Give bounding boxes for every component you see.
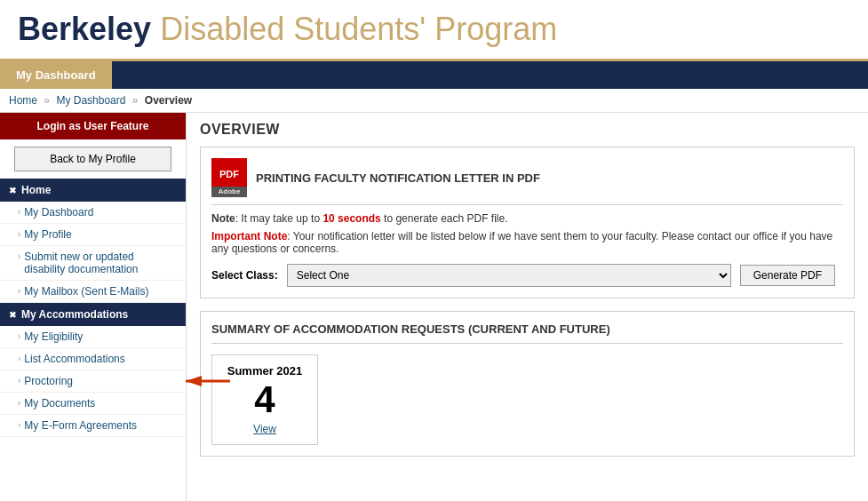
term-view-link[interactable]: View	[253, 423, 276, 435]
proctoring-arrow-annotation	[177, 371, 239, 391]
pdf-note: Note: It may take up to 10 seconds to ge…	[211, 212, 843, 225]
page-title: OVERVIEW	[200, 122, 855, 138]
arrow-icon: ›	[18, 354, 20, 363]
select-class-row: Select Class: Select One Generate PDF	[211, 264, 843, 287]
sidebar-item-my-documents[interactable]: › My Documents	[0, 393, 186, 415]
sidebar-accommodations-label: My Accommodations	[21, 308, 128, 321]
arrow-icon: ›	[18, 229, 20, 239]
arrow-icon: ›	[18, 286, 20, 296]
pdf-box-header: PDF Adobe PRINTING FACULTY NOTIFICATION …	[211, 158, 843, 205]
arrow-icon: ›	[18, 331, 20, 341]
summary-section: SUMMARY OF ACCOMMODATION REQUESTS (CURRE…	[200, 311, 855, 457]
pdf-note-text: : It may take up to	[235, 212, 323, 225]
class-select[interactable]: Select One	[287, 264, 731, 287]
accommodations-chevron-icon: ✖	[9, 310, 16, 320]
sidebar-accommodations-header: ✖ My Accommodations	[0, 303, 186, 326]
pdf-important-text: : Your notification letter will be liste…	[211, 230, 832, 255]
nav-bar: My Dashboard	[0, 61, 868, 89]
pdf-section-title: PRINTING FACULTY NOTIFICATION LETTER IN …	[256, 171, 540, 185]
site-title: Berkeley Disabled Students' Program	[18, 11, 850, 48]
arrow-icon: ›	[18, 398, 20, 408]
sidebar-item-eligibility[interactable]: › My Eligibility	[0, 326, 186, 348]
dsp-label: Disabled Students' Program	[160, 11, 557, 47]
sidebar-home-header: ✖ Home	[0, 179, 186, 202]
arrow-icon: ›	[18, 376, 20, 386]
summary-section-title: SUMMARY OF ACCOMMODATION REQUESTS (CURRE…	[211, 322, 843, 344]
sidebar-home-label: Home	[21, 184, 51, 196]
sidebar-item-submit-disability[interactable]: › Submit new or updated disability docum…	[0, 246, 186, 281]
sidebar-item-list-accommodations[interactable]: › List Accommodations	[0, 348, 186, 370]
pdf-important-label: Important Note	[211, 230, 287, 243]
sidebar-item-my-profile[interactable]: › My Profile	[0, 224, 186, 246]
pdf-note-strong: Note	[211, 212, 235, 225]
sidebar-item-mailbox[interactable]: › My Mailbox (Sent E-Mails)	[0, 281, 186, 303]
site-header: Berkeley Disabled Students' Program	[0, 0, 868, 61]
pdf-important: Important Note: Your notification letter…	[211, 230, 843, 255]
sidebar-item-proctoring[interactable]: › Proctoring	[0, 370, 186, 393]
my-dashboard-tab[interactable]: My Dashboard	[0, 61, 112, 89]
main-content: OVERVIEW PDF Adobe PRINTING FACULTY NOTI…	[187, 113, 868, 501]
generate-pdf-button[interactable]: Generate PDF	[740, 265, 835, 286]
select-class-label: Select Class:	[211, 269, 278, 282]
breadcrumb-home[interactable]: Home	[9, 94, 37, 107]
breadcrumb: Home » My Dashboard » Overview	[0, 89, 868, 113]
breadcrumb-sep2: »	[132, 94, 139, 107]
pdf-note-suffix: to generate each PDF file.	[381, 212, 508, 225]
breadcrumb-dashboard[interactable]: My Dashboard	[56, 94, 125, 107]
breadcrumb-current: Overview	[145, 94, 192, 107]
arrow-icon: ›	[18, 420, 20, 430]
login-as-user-box: Login as User Feature	[0, 113, 186, 139]
pdf-note-highlight: 10 seconds	[323, 212, 380, 225]
arrow-icon: ›	[18, 207, 20, 217]
home-chevron-icon: ✖	[9, 186, 16, 195]
term-card: Summer 2021 4 View	[211, 354, 318, 445]
berkeley-label: Berkeley	[18, 11, 151, 47]
back-to-profile-button[interactable]: Back to My Profile	[14, 147, 172, 171]
pdf-icon: PDF Adobe	[211, 158, 247, 197]
breadcrumb-sep1: »	[44, 94, 50, 107]
arrow-icon: ›	[18, 251, 20, 261]
pdf-section: PDF Adobe PRINTING FACULTY NOTIFICATION …	[200, 147, 855, 298]
sidebar: Login as User Feature Back to My Profile…	[0, 113, 187, 501]
sidebar-item-eform-agreements[interactable]: › My E-Form Agreements	[0, 415, 186, 437]
sidebar-item-my-dashboard[interactable]: › My Dashboard	[0, 202, 186, 224]
main-layout: Login as User Feature Back to My Profile…	[0, 113, 868, 501]
